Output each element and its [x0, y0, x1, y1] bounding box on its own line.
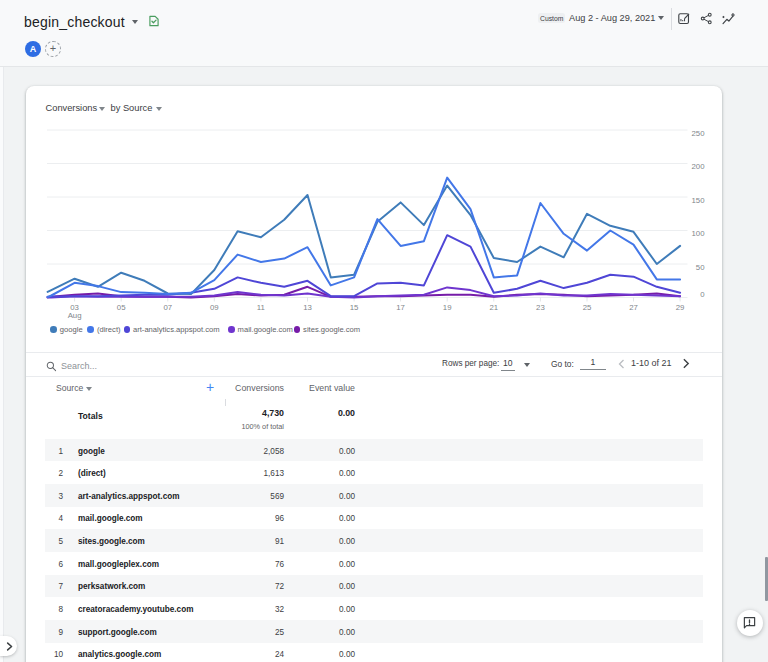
svg-text:11: 11 [257, 303, 265, 312]
svg-text:07: 07 [163, 303, 172, 312]
svg-text:200: 200 [691, 162, 705, 171]
svg-text:19: 19 [443, 303, 452, 312]
svg-text:50: 50 [696, 263, 705, 272]
svg-text:17: 17 [396, 303, 405, 312]
svg-text:05: 05 [117, 303, 126, 312]
svg-text:100: 100 [691, 229, 705, 238]
svg-text:23: 23 [536, 303, 545, 312]
svg-text:250: 250 [691, 129, 705, 138]
svg-text:Aug: Aug [68, 311, 82, 320]
svg-text:21: 21 [489, 303, 498, 312]
svg-text:09: 09 [210, 303, 219, 312]
svg-text:15: 15 [350, 303, 359, 312]
svg-text:29: 29 [676, 303, 685, 312]
svg-text:150: 150 [691, 196, 705, 205]
svg-text:27: 27 [629, 303, 638, 312]
svg-text:0: 0 [700, 290, 705, 299]
svg-text:25: 25 [583, 303, 592, 312]
svg-text:13: 13 [303, 303, 312, 312]
